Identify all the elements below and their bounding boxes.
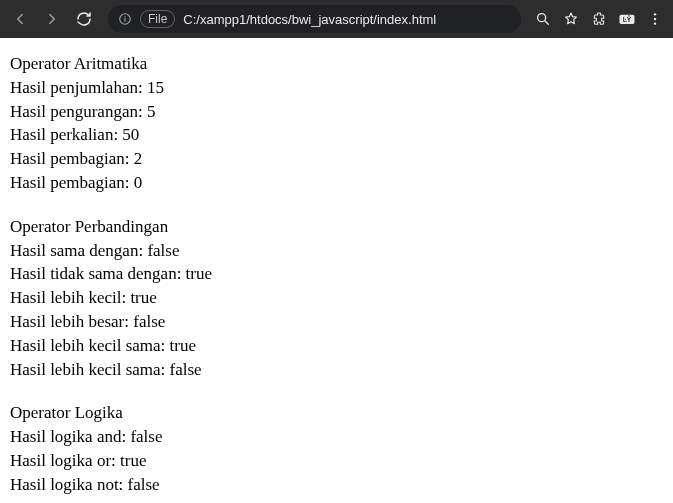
result-neq: Hasil tidak sama dengan: true bbox=[10, 262, 663, 286]
logic-title: Operator Logika bbox=[10, 401, 663, 425]
result-not: Hasil logika not: false bbox=[10, 473, 663, 497]
result-div: Hasil pembagian: 2 bbox=[10, 147, 663, 171]
extensions-icon[interactable] bbox=[587, 7, 611, 31]
svg-point-9 bbox=[654, 22, 656, 24]
scheme-label: File bbox=[148, 12, 167, 26]
svg-point-8 bbox=[654, 18, 656, 20]
svg-point-7 bbox=[654, 13, 656, 15]
result-sum: Hasil penjumlahan: 15 bbox=[10, 76, 663, 100]
result-eq: Hasil sama dengan: false bbox=[10, 239, 663, 263]
star-icon[interactable] bbox=[559, 7, 583, 31]
svg-point-2 bbox=[124, 16, 125, 17]
comparison-title: Operator Perbandingan bbox=[10, 215, 663, 239]
result-and: Hasil logika and: false bbox=[10, 425, 663, 449]
profile-icon[interactable]: ĿŶ bbox=[615, 7, 639, 31]
result-mod: Hasil pembagian: 0 bbox=[10, 171, 663, 195]
url-text: C:/xampp1/htdocs/bwi_javascript/index.ht… bbox=[183, 12, 436, 27]
forward-button[interactable] bbox=[38, 5, 66, 33]
result-gte: Hasil lebih kecil sama: false bbox=[10, 358, 663, 382]
menu-icon[interactable] bbox=[643, 7, 667, 31]
address-bar[interactable]: File C:/xampp1/htdocs/bwi_javascript/ind… bbox=[108, 5, 521, 33]
info-icon bbox=[118, 12, 132, 26]
back-button[interactable] bbox=[6, 5, 34, 33]
svg-line-4 bbox=[545, 21, 548, 24]
zoom-icon[interactable] bbox=[531, 7, 555, 31]
browser-toolbar: File C:/xampp1/htdocs/bwi_javascript/ind… bbox=[0, 0, 673, 38]
result-mul: Hasil perkalian: 50 bbox=[10, 123, 663, 147]
result-or: Hasil logika or: true bbox=[10, 449, 663, 473]
scheme-chip: File bbox=[140, 10, 175, 28]
result-gt: Hasil lebih besar: false bbox=[10, 310, 663, 334]
result-lt: Hasil lebih kecil: true bbox=[10, 286, 663, 310]
arithmetic-title: Operator Aritmatika bbox=[10, 52, 663, 76]
svg-text:ĿŶ: ĿŶ bbox=[623, 15, 632, 23]
page-content: Operator Aritmatika Hasil penjumlahan: 1… bbox=[0, 38, 673, 503]
result-sub: Hasil pengurangan: 5 bbox=[10, 100, 663, 124]
svg-point-3 bbox=[538, 14, 546, 22]
result-lte: Hasil lebih kecil sama: true bbox=[10, 334, 663, 358]
reload-button[interactable] bbox=[70, 5, 98, 33]
